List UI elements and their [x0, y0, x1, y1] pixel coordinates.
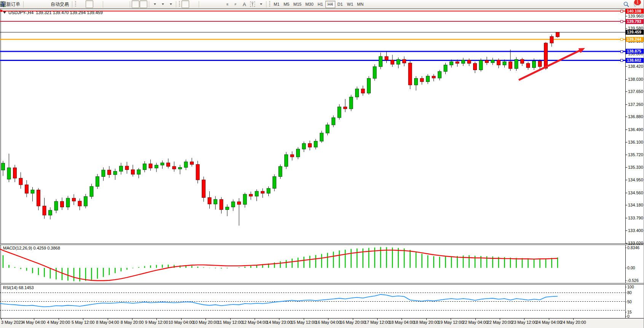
price-tick-label: 138.420	[628, 64, 643, 69]
toolbar-grip[interactable]	[269, 1, 270, 7]
toolbar-right: 1	[623, 0, 643, 8]
candle	[137, 168, 140, 178]
arrows-icon	[0, 1, 6, 7]
candle	[249, 192, 253, 200]
line-end-marker[interactable]	[620, 59, 623, 62]
periods-button[interactable]	[159, 0, 166, 8]
time-label: 16 May 20:00	[340, 320, 365, 325]
candle	[31, 187, 34, 202]
text-button[interactable]: A	[241, 0, 248, 8]
search-button[interactable]	[623, 0, 631, 8]
rsi-pane[interactable]	[0, 285, 625, 318]
price-chart-pane[interactable]	[0, 9, 625, 243]
metaeditor-button[interactable]	[25, 0, 33, 8]
toolbar-grip[interactable]	[75, 1, 76, 7]
time-tick-mark	[573, 318, 574, 320]
time-label: 18 May 04:00	[389, 320, 414, 325]
rsi-tick-mark	[625, 316, 626, 317]
price-tick-label: 135.330	[628, 165, 643, 170]
candle	[231, 200, 235, 211]
notification-badge: 1	[634, 0, 641, 5]
candle	[226, 205, 229, 216]
timeframe-button-m30[interactable]: M30	[303, 1, 315, 8]
candle	[78, 198, 81, 210]
candle	[379, 53, 383, 69]
candle	[367, 76, 371, 95]
price-tick-label: 136.880	[628, 114, 643, 119]
strategy-tester-button[interactable]	[33, 0, 41, 8]
text-label-button[interactable]: T	[249, 0, 257, 8]
chevron-down-icon	[154, 3, 156, 5]
candle	[515, 57, 518, 71]
vertical-line-button[interactable]	[201, 0, 208, 8]
time-tick-mark	[402, 318, 402, 320]
timeframe-button-m5[interactable]: M5	[282, 1, 292, 8]
candle	[462, 58, 465, 66]
time-label: 17 May 12:00	[365, 320, 390, 325]
candle	[90, 184, 93, 199]
chat-button[interactable]: 1	[633, 0, 641, 8]
timeframe-button-d1[interactable]: D1	[335, 1, 345, 8]
timeframe-button-m1[interactable]: M1	[272, 1, 282, 8]
signals-button[interactable]	[41, 0, 49, 8]
line-end-marker[interactable]	[620, 50, 623, 53]
fibonacci-button[interactable]: F	[233, 0, 240, 8]
timeframe-button-h4[interactable]: H4	[325, 1, 335, 8]
equidistant-channel-button[interactable]: E	[225, 0, 232, 8]
price-tick-mark	[625, 167, 627, 168]
candle	[255, 189, 258, 201]
auto-trading-button[interactable]: 自动交易	[49, 0, 70, 8]
candle	[385, 51, 388, 63]
auto-scroll-button[interactable]	[132, 0, 139, 8]
indicators-button[interactable]	[151, 0, 158, 8]
time-label: 8 May 20:00	[121, 320, 144, 325]
timeframe-button-w1[interactable]: W1	[345, 1, 355, 8]
time-axis[interactable]: 3 May 20234 May 04:004 May 20:005 May 12…	[0, 318, 644, 328]
rsi-tick-mark	[625, 287, 626, 287]
time-tick-mark	[230, 318, 231, 320]
macd-scale-label: 0.00	[627, 266, 635, 270]
time-label: 4 May 20:00	[47, 320, 70, 325]
line-end-marker[interactable]	[620, 38, 623, 41]
label-tool-icon: T	[250, 2, 255, 7]
horizontal-line-button[interactable]	[209, 0, 216, 8]
candle	[120, 163, 123, 174]
candle	[403, 56, 406, 66]
timeframe-button-m15[interactable]: M15	[292, 1, 303, 8]
bar-chart-button[interactable]	[78, 0, 85, 8]
price-tick-label: 139.960	[628, 14, 643, 18]
crosshair-button[interactable]	[190, 0, 197, 8]
candle	[84, 194, 88, 208]
line-chart-button[interactable]	[94, 0, 101, 8]
candle	[290, 151, 294, 160]
line-end-marker[interactable]	[620, 10, 623, 13]
candlestick-chart-button[interactable]	[86, 0, 93, 8]
symbol-dropdown-icon[interactable]	[3, 11, 6, 14]
line-end-marker[interactable]	[620, 20, 623, 23]
candle	[72, 194, 76, 205]
zoom-out-button[interactable]	[113, 0, 120, 8]
candle	[179, 165, 182, 174]
arrows-button[interactable]	[257, 0, 265, 8]
zoom-in-button[interactable]	[105, 0, 112, 8]
candle	[332, 115, 335, 127]
new-order-button[interactable]: 新订单	[5, 0, 22, 8]
time-tick-mark	[524, 318, 524, 320]
cursor-button[interactable]	[182, 0, 189, 8]
time-label: 10 May 04:00	[168, 320, 194, 325]
macd-pane[interactable]	[0, 245, 625, 283]
price-tick-mark	[625, 66, 627, 67]
toolbar-grip[interactable]	[179, 1, 180, 7]
line-anchor-marker[interactable]	[0, 10, 2, 12]
price-tick-label: 134.180	[628, 203, 643, 207]
time-tick-mark	[451, 318, 451, 320]
toolbar: 新订单 自动交易	[0, 0, 644, 9]
templates-button[interactable]	[167, 0, 174, 8]
timeframe-button-mn[interactable]: MN	[355, 1, 365, 8]
timeframe-button-h1[interactable]: H1	[316, 1, 325, 8]
time-tick-mark	[500, 318, 500, 320]
time-tick-mark	[206, 318, 206, 320]
tile-windows-button[interactable]	[121, 0, 128, 8]
chart-shift-button[interactable]	[140, 0, 147, 8]
trendline-button[interactable]	[217, 0, 224, 8]
